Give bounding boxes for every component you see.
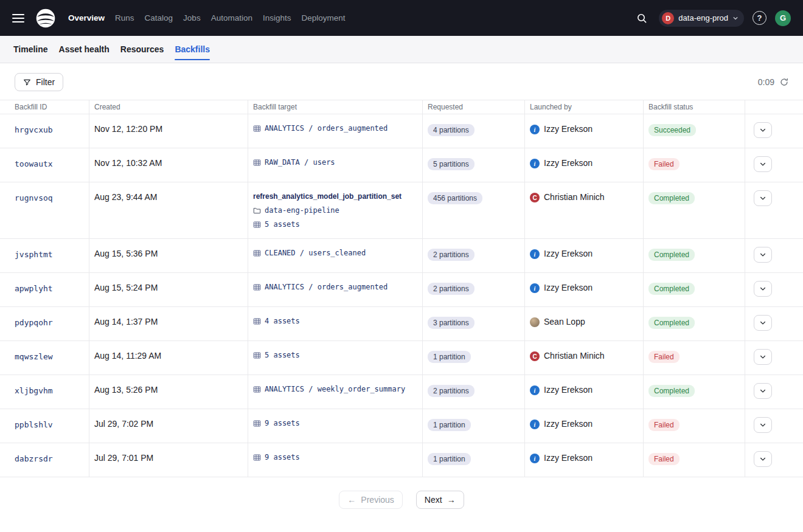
row-actions-button[interactable] [754,190,772,206]
target-line: ANALYTICS / orders_augmented [253,283,417,291]
tab-asset-health[interactable]: Asset health [59,36,109,63]
col-header-launched-by: Launched by [525,100,644,114]
status-badge: Failed [648,351,680,363]
status-badge: Failed [648,158,680,170]
backfill-id-cell: ppblshlv [0,409,89,443]
dagster-logo-icon[interactable] [34,7,57,30]
requested-badge: 3 partitions [428,317,474,329]
target-link[interactable]: 9 assets [265,419,300,427]
status-cell: Succeeded [644,114,745,148]
target-line: 9 assets [253,453,417,461]
backfill-id-link[interactable]: xljbgvhm [15,386,53,395]
backfill-id-link[interactable]: rugnvsoq [15,193,53,202]
refresh-countdown: 0:09 [758,77,774,87]
created-cell: Aug 13, 5:26 PM [89,375,248,409]
requested-cell: 456 partitions [423,182,525,238]
target-link[interactable]: RAW_DATA / users [265,158,335,167]
filter-button[interactable]: Filter [15,73,63,91]
nav-item-jobs[interactable]: Jobs [183,13,201,22]
status-badge: Completed [648,283,695,295]
table-row: xljbgvhm Aug 13, 5:26 PM ANALYTICS / wee… [0,375,803,409]
job-link[interactable]: refresh_analytics_model_job_partition_se… [253,192,417,201]
help-icon[interactable]: ? [753,11,766,25]
next-page-button[interactable]: Next → [416,491,464,509]
actions-cell [745,341,803,375]
target-link[interactable]: data-eng-pipeline [265,206,339,215]
nav-item-overview[interactable]: Overview [68,13,105,22]
created-cell: Aug 14, 11:29 AM [89,341,248,375]
target-link[interactable]: 9 assets [265,453,300,461]
status-badge: Completed [648,317,695,329]
actions-cell [745,182,803,238]
created-cell: Aug 23, 9:44 AM [89,182,248,238]
previous-page-button[interactable]: ← Previous [339,491,402,509]
target-link[interactable]: 5 assets [265,351,300,359]
target-link[interactable]: ANALYTICS / orders_augmented [265,124,388,133]
row-actions-button[interactable] [754,349,772,365]
table-row: jvsphtmt Aug 15, 5:36 PM CLEANED / users… [0,239,803,273]
tab-resources[interactable]: Resources [120,36,164,63]
target-line: ANALYTICS / orders_augmented [253,124,417,133]
launched-by-cell: Sean Lopp [525,307,644,340]
backfill-target-cell: refresh_analytics_model_job_partition_se… [248,182,423,238]
backfill-id-link[interactable]: mqwszlew [15,352,53,361]
row-actions-button[interactable] [754,122,772,138]
user-avatar[interactable]: G [775,10,791,26]
actions-cell [745,114,803,148]
backfill-id-link[interactable]: jvsphtmt [15,250,53,259]
backfill-id-link[interactable]: apwplyht [15,284,53,293]
target-line: CLEANED / users_cleaned [253,249,417,257]
target-line: 5 assets [253,220,417,229]
deployment-switcher[interactable]: D data-eng-prod [659,10,744,27]
row-actions-button[interactable] [754,315,772,331]
tab-backfills[interactable]: Backfills [175,36,210,63]
refresh-icon[interactable] [780,78,788,86]
row-actions-button[interactable] [754,451,772,467]
user-name: Izzy Erekson [544,419,593,429]
requested-cell: 1 partition [423,409,525,443]
status-cell: Completed [644,273,745,306]
backfill-id-link[interactable]: ppblshlv [15,420,53,429]
row-actions-button[interactable] [754,281,772,297]
grid-icon [253,351,261,359]
target-link[interactable]: ANALYTICS / weekly_order_summary [265,385,405,393]
created-cell: Aug 15, 5:24 PM [89,273,248,306]
hamburger-menu-icon[interactable] [12,14,24,22]
backfill-id-link[interactable]: toowautx [15,159,53,168]
nav-item-runs[interactable]: Runs [115,13,134,22]
row-actions-button[interactable] [754,247,772,263]
target-link[interactable]: 5 assets [265,220,300,229]
requested-cell: 2 partitions [423,239,525,272]
row-actions-button[interactable] [754,156,772,172]
filter-funnel-icon [23,78,31,86]
target-link[interactable]: ANALYTICS / orders_augmented [265,283,388,291]
nav-item-catalog[interactable]: Catalog [145,13,173,22]
target-link[interactable]: CLEANED / users_cleaned [265,249,366,257]
grid-icon [253,283,261,291]
backfill-id-cell: pdypqohr [0,307,89,340]
target-link[interactable]: 4 assets [265,317,300,325]
row-actions-button[interactable] [754,417,772,433]
grid-icon [253,159,261,167]
nav-item-automation[interactable]: Automation [211,13,252,22]
nav-item-insights[interactable]: Insights [263,13,291,22]
nav-item-deployment[interactable]: Deployment [301,13,345,22]
user-avatar-icon: i [530,454,540,463]
actions-cell [745,273,803,306]
table-body: hrgvcxub Nov 12, 12:20 PM ANALYTICS / or… [0,114,803,477]
table-header-row: Backfill ID Created Backfill target Requ… [0,100,803,114]
backfill-id-link[interactable]: dabzrsdr [15,454,53,463]
backfill-id-link[interactable]: pdypqohr [15,318,53,327]
requested-badge: 4 partitions [428,124,474,136]
search-icon[interactable] [633,10,650,27]
main-nav: Overview Runs Catalog Jobs Automation In… [68,13,346,22]
tab-timeline[interactable]: Timeline [13,36,48,63]
actions-cell [745,375,803,409]
backfill-target-cell: ANALYTICS / orders_augmented [248,273,423,306]
grid-icon [253,125,261,133]
created-cell: Nov 12, 12:20 PM [89,114,248,148]
col-header-backfill-target: Backfill target [248,100,423,114]
status-cell: Completed [644,307,745,340]
row-actions-button[interactable] [754,383,772,399]
backfill-id-link[interactable]: hrgvcxub [15,125,53,134]
